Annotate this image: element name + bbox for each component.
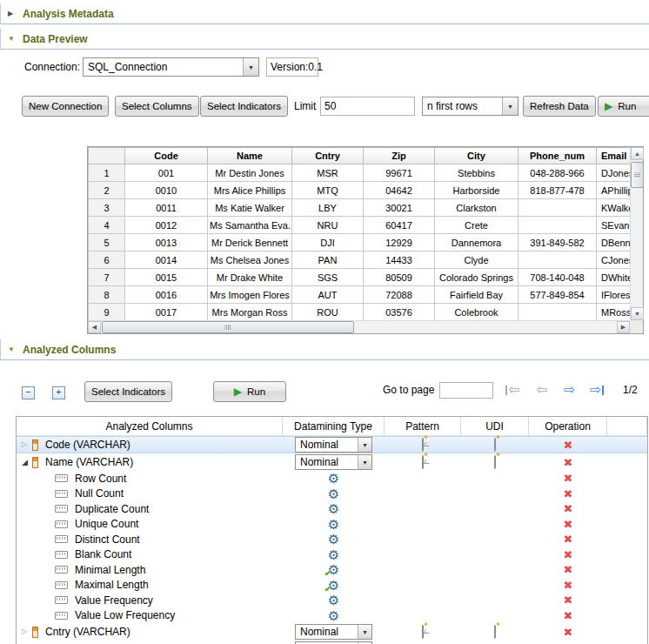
tree-row[interactable]: Row Count⚙✖ (17, 471, 647, 486)
column-header[interactable]: City (435, 148, 519, 164)
table-row[interactable]: 1001Mr Destin JonesMSR99671Stebbins048-2… (89, 164, 631, 182)
delete-icon[interactable]: ✖ (564, 457, 573, 468)
select-indicators-button[interactable]: Select Indicators (200, 96, 288, 117)
gear-icon[interactable]: ⚙ (328, 609, 339, 622)
gear-icon[interactable]: ⚙ (328, 533, 339, 546)
delete-icon[interactable]: ✖ (564, 439, 573, 451)
datamining-type-combo[interactable]: Nominal▼ (295, 454, 372, 470)
chevron-down-icon[interactable]: ▼ (502, 97, 518, 115)
table-row[interactable]: 60014Ms Chelsea JonesPAN14433ClydeCJones (89, 252, 631, 269)
gear-icon[interactable]: ⚙ (328, 594, 339, 607)
delete-icon[interactable]: ✖ (564, 503, 573, 514)
select-indicators-button-2[interactable]: Select Indicators (84, 381, 172, 402)
pattern-icon[interactable]: ✦ (422, 456, 424, 468)
datamining-type-combo[interactable]: Nominal▼ (295, 437, 372, 453)
expanded-arrow-icon[interactable]: ▼ (8, 346, 17, 353)
connection-combo[interactable]: SQL_Connection ▼ (83, 57, 259, 77)
select-columns-button[interactable]: Select Columns (115, 96, 199, 117)
pattern-icon[interactable]: ✦ (422, 439, 424, 451)
column-header[interactable]: Phone_num (519, 148, 597, 164)
tree-row[interactable]: Distinct Count⚙✖ (17, 532, 647, 547)
column-header[interactable]: Cntry (292, 148, 364, 164)
horizontal-scrollbar-thumb[interactable] (102, 321, 354, 333)
pattern-icon[interactable]: ✦ (422, 626, 424, 638)
gear-icon[interactable]: ⚙ (328, 518, 339, 531)
delete-icon[interactable]: ✖ (564, 627, 573, 638)
chevron-down-icon[interactable]: ▼ (243, 58, 258, 76)
section-analysis-metadata[interactable]: ▶ Analysis Metadata (0, 3, 649, 24)
last-page-icon[interactable]: ⇨ (590, 381, 605, 399)
tree-row[interactable]: Unique Count⚙✖ (17, 517, 647, 533)
scroll-left-icon[interactable]: ◀ (88, 321, 101, 333)
udi-icon[interactable]: ✦ (494, 456, 496, 468)
column-header[interactable]: Zip (364, 148, 435, 164)
tree-row[interactable]: Value Low Frequency⚙✖ (17, 608, 647, 624)
table-row[interactable]: 70015Mr Drake WhiteSGS80509Colorado Spri… (89, 269, 631, 286)
collapse-node-icon[interactable]: ◢ (22, 459, 32, 466)
table-row[interactable]: 50013Mr Derick BennettDJI12929Dannemora3… (89, 234, 631, 252)
scroll-right-icon[interactable]: ▶ (617, 321, 630, 333)
first-page-icon[interactable]: ⇦ (505, 381, 519, 399)
tree-row[interactable]: Null Count⚙✖ (17, 486, 647, 502)
horizontal-scrollbar[interactable]: ◀ ▶ (88, 320, 630, 333)
gear-icon[interactable]: ⚙✔ (328, 563, 339, 576)
expand-all-icon[interactable]: + (52, 386, 65, 399)
new-connection-button[interactable]: New Connection (22, 96, 109, 117)
delete-icon[interactable]: ✖ (564, 564, 573, 575)
delete-icon[interactable]: ✖ (564, 580, 573, 591)
chevron-down-icon[interactable]: ▼ (358, 455, 371, 469)
udi-icon[interactable]: ✦ (494, 626, 496, 638)
table-row[interactable]: 20010Mrs Alice PhillipsMTQ04642Harborsid… (89, 182, 631, 199)
column-header-pattern[interactable]: Pattern (385, 417, 461, 435)
tree-row[interactable]: ▷Cntry (VARCHAR)Nominal▼✦✦✖ (17, 623, 647, 641)
table-row[interactable]: 40012Ms Samantha Eva...NRU60417CreteSEva… (89, 217, 631, 234)
next-page-icon[interactable]: ⇨ (564, 381, 575, 399)
column-header-operation[interactable]: Operation (529, 417, 607, 435)
expand-node-icon[interactable]: ▷ (22, 441, 32, 448)
tree-row[interactable]: Minimal Length⚙✔✖ (17, 562, 647, 578)
gear-icon[interactable]: ⚙ (328, 472, 339, 485)
run-button[interactable]: ▶ Run (598, 96, 649, 117)
scroll-up-icon[interactable]: ▲ (631, 147, 644, 160)
column-header-analyzed-columns[interactable]: Analyzed Columns (17, 417, 283, 435)
section-data-preview[interactable]: ▼ Data Preview (0, 29, 649, 50)
refresh-data-button[interactable]: Refresh Data (523, 96, 596, 117)
run-button-2[interactable]: ▶ Run (213, 381, 286, 402)
delete-icon[interactable]: ✖ (564, 488, 573, 500)
collapse-all-icon[interactable]: − (22, 386, 35, 399)
delete-icon[interactable]: ✖ (564, 610, 573, 621)
delete-icon[interactable]: ✖ (564, 473, 573, 484)
column-header[interactable]: Name (208, 148, 292, 164)
tree-row[interactable]: ◢Name (VARCHAR)Nominal▼✦✦✖ (17, 453, 647, 471)
delete-icon[interactable]: ✖ (564, 594, 573, 606)
gear-icon[interactable]: ⚙✔ (328, 579, 339, 592)
vertical-scrollbar-thumb[interactable] (631, 162, 644, 188)
expand-node-icon[interactable]: ▷ (22, 628, 32, 635)
delete-icon[interactable]: ✖ (564, 519, 573, 530)
section-analyzed-columns[interactable]: ▼ Analyzed Columns (0, 339, 649, 360)
expanded-arrow-icon[interactable]: ▼ (8, 36, 17, 43)
vertical-scrollbar[interactable]: ▲ ▼ (630, 147, 643, 320)
column-header[interactable]: Email (597, 148, 631, 164)
chevron-down-icon[interactable]: ▼ (358, 625, 371, 639)
tree-row[interactable]: Value Frequency⚙✖ (17, 593, 647, 608)
tree-row[interactable]: ▼ (17, 641, 647, 644)
column-header-datamining-type[interactable]: Datamining Type (283, 417, 385, 435)
tree-row[interactable]: Maximal Length⚙✔✖ (17, 578, 647, 594)
table-row[interactable]: 90017Mrs Morgan RossROU03576ColebrookMRo… (89, 304, 631, 321)
udi-icon[interactable]: ✦ (494, 439, 496, 451)
goto-page-input[interactable] (439, 382, 493, 399)
row-mode-combo[interactable]: n first rows ▼ (422, 97, 519, 116)
previous-page-icon[interactable]: ⇦ (536, 381, 547, 399)
delete-icon[interactable]: ✖ (564, 549, 573, 560)
tree-row[interactable]: ▷Code (VARCHAR)Nominal▼✦✦✖ (17, 436, 647, 453)
table-row[interactable]: 30011Ms Katie WalkerLBY30021ClarkstonKWa… (89, 199, 631, 217)
column-header-udi[interactable]: UDI (461, 417, 529, 435)
collapsed-arrow-icon[interactable]: ▶ (8, 10, 17, 17)
chevron-down-icon[interactable]: ▼ (358, 438, 371, 452)
table-row[interactable]: 80016Mrs Imogen FloresAUT72088Fairfield … (89, 286, 631, 304)
gear-icon[interactable]: ⚙ (328, 502, 339, 515)
scroll-down-icon[interactable]: ▼ (631, 307, 644, 320)
datamining-type-combo[interactable]: Nominal▼ (295, 624, 372, 640)
gear-icon[interactable]: ⚙ (328, 548, 339, 561)
